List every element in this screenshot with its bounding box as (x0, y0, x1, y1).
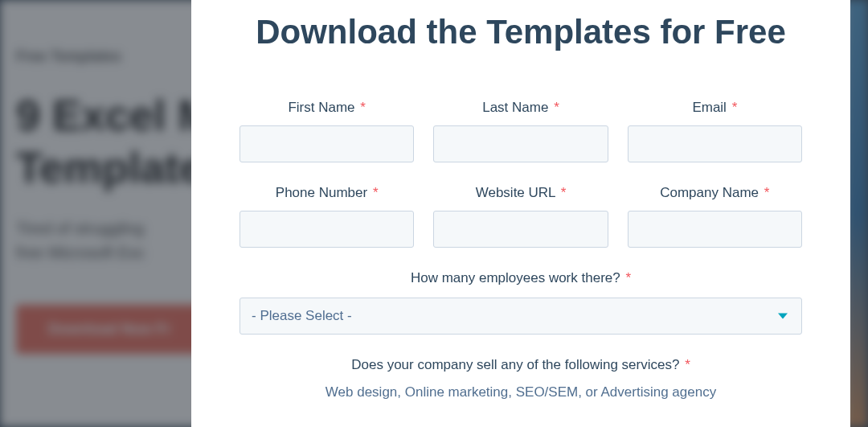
required-asterisk: * (373, 185, 379, 200)
form-row-2: Phone Number * Website URL * Company Nam… (240, 185, 802, 248)
services-label: Does your company sell any of the follow… (240, 357, 802, 373)
employees-label: How many employees work there? * (240, 270, 802, 286)
required-asterisk: * (685, 357, 690, 372)
required-asterisk: * (732, 100, 738, 115)
field-last-name: Last Name * (433, 100, 608, 162)
employees-select-value: - Please Select - (252, 308, 352, 324)
first-name-input[interactable] (240, 125, 414, 162)
employees-label-text: How many employees work there? (411, 270, 620, 285)
field-services: Does your company sell any of the follow… (240, 357, 802, 400)
field-phone: Phone Number * (240, 185, 414, 248)
company-label-text: Company Name (660, 185, 759, 200)
phone-label: Phone Number * (276, 185, 379, 201)
employees-select-wrap: - Please Select - (240, 298, 802, 335)
company-input[interactable] (628, 211, 802, 248)
email-label: Email * (692, 100, 737, 116)
email-input[interactable] (628, 125, 802, 162)
website-input[interactable] (433, 211, 608, 248)
first-name-label: First Name * (288, 100, 365, 116)
services-label-text: Does your company sell any of the follow… (351, 357, 679, 372)
field-website: Website URL * (433, 185, 608, 248)
company-label: Company Name * (660, 185, 769, 201)
phone-input[interactable] (240, 211, 414, 248)
last-name-label: Last Name * (482, 100, 559, 116)
phone-label-text: Phone Number (276, 185, 367, 200)
required-asterisk: * (764, 185, 770, 200)
website-label-text: Website URL (476, 185, 555, 200)
required-asterisk: * (554, 100, 559, 115)
field-first-name: First Name * (240, 100, 414, 162)
required-asterisk: * (360, 100, 366, 115)
last-name-label-text: Last Name (482, 100, 548, 115)
form-row-1: First Name * Last Name * Email * (240, 100, 802, 162)
field-email: Email * (628, 100, 802, 162)
required-asterisk: * (625, 270, 631, 285)
services-subtext: Web design, Online marketing, SEO/SEM, o… (240, 384, 802, 400)
modal-title: Download the Templates for Free (240, 13, 802, 51)
first-name-label-text: First Name (288, 100, 354, 115)
last-name-input[interactable] (433, 125, 608, 162)
required-asterisk: * (561, 185, 567, 200)
field-employees: How many employees work there? * - Pleas… (240, 270, 802, 335)
download-modal: Download the Templates for Free First Na… (191, 0, 850, 427)
field-company: Company Name * (628, 185, 802, 248)
email-label-text: Email (692, 100, 727, 115)
employees-select[interactable]: - Please Select - (240, 298, 802, 335)
website-label: Website URL * (476, 185, 567, 201)
chevron-down-icon (778, 314, 788, 319)
